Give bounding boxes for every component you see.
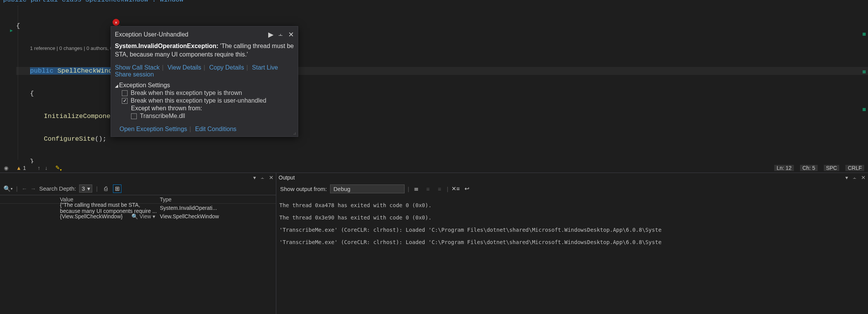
resize-grip-icon[interactable]: ⣠ (293, 130, 296, 135)
except-from-label: Except when thrown from: (131, 105, 294, 112)
output-panel: Output ▾ ⫠ ✕ Show output from: Debug | ≣… (276, 173, 868, 314)
close-icon[interactable]: ✕ (861, 174, 866, 181)
popup-title: Exception User-Unhandled (115, 31, 268, 38)
back-icon: ← (22, 185, 27, 192)
editor-status-bar: ◉ ▲ 1 ↑ ↓ ✎▾ Ln: 12 Ch: 5 SPC CRLF (0, 163, 868, 173)
exception-popup: Exception User-Unhandled ▶ ⫠ ✕ System.In… (111, 26, 298, 137)
toolbar-button[interactable]: ≣ (412, 184, 421, 193)
issues-button[interactable]: ◉ (4, 165, 8, 171)
search-depth-select[interactable]: 3 ▾ (79, 184, 92, 193)
table-row[interactable]: {"The calling thread must be STA, becaus… (0, 204, 276, 212)
exception-settings-expander[interactable]: Exception Settings (115, 82, 294, 89)
table-row[interactable]: {View.SpellCheckWindow} 🔍 View ▾ View.Sp… (0, 212, 276, 221)
indent-indicator[interactable]: SPC (824, 165, 840, 171)
pin-icon[interactable]: ⫠ (260, 174, 265, 181)
break-thrown-label: Break when this exception type is thrown (131, 90, 242, 96)
dropdown-icon[interactable]: ▾ (845, 174, 848, 181)
toolbar-button-active[interactable]: ⊞ (113, 184, 121, 193)
output-text[interactable]: The thread 0xa478 has exited with code 0… (276, 195, 868, 258)
except-dll-label: TranscribeMe.dll (140, 113, 185, 120)
clear-icon[interactable]: ✕≡ (451, 184, 460, 193)
copy-details-link[interactable]: Copy Details (209, 64, 244, 71)
view-details-link[interactable]: View Details (168, 64, 201, 71)
break-thrown-checkbox[interactable] (122, 90, 128, 96)
locals-panel: ▾ ⫠ ✕ 🔍▾ | ← → Search Depth: 3 ▾ | ⎙ ⊞ V… (0, 173, 276, 314)
output-title: Output (279, 174, 295, 181)
toolbar-button[interactable]: ≡ (424, 184, 432, 193)
pin-icon[interactable]: ⫠ (852, 174, 857, 181)
search-icon[interactable]: 🔍▾ (4, 184, 12, 193)
output-source-select[interactable]: Debug (330, 184, 405, 193)
output-from-label: Show output from: (280, 186, 327, 192)
up-arrow-icon[interactable]: ↑ (38, 165, 40, 171)
code-editor[interactable]: ▶ public partial class SpellCheckWindow … (0, 0, 868, 171)
down-arrow-icon[interactable]: ↓ (45, 165, 48, 171)
warning-count: 1 (23, 165, 26, 171)
continue-icon[interactable]: ▶ (268, 30, 274, 39)
open-exception-settings-link[interactable]: Open Exception Settings (119, 126, 187, 132)
close-icon[interactable]: ✕ (269, 174, 274, 181)
pencil-icon[interactable]: ✎▾ (55, 164, 62, 172)
search-depth-label: Search Depth: (39, 185, 76, 192)
break-unhandled-checkbox[interactable] (122, 98, 128, 104)
show-call-stack-link[interactable]: Show Call Stack (115, 64, 160, 71)
edit-conditions-link[interactable]: Edit Conditions (195, 126, 237, 132)
break-unhandled-label: Break when this exception type is user-u… (131, 97, 266, 104)
line-indicator[interactable]: Ln: 12 (774, 165, 794, 171)
col-indicator[interactable]: Ch: 5 (800, 165, 817, 171)
toolbar-button[interactable]: ⎙ (101, 184, 110, 193)
close-icon[interactable]: ✕ (288, 30, 294, 39)
code-line: public partial class SpellCheckWindow : … (3, 0, 183, 3)
forward-icon: → (30, 185, 36, 192)
word-wrap-icon[interactable]: ↩ (463, 184, 471, 193)
eol-indicator[interactable]: CRLF (845, 165, 864, 171)
dropdown-icon[interactable]: ▾ (253, 174, 256, 181)
except-dll-checkbox[interactable] (131, 113, 137, 119)
column-type[interactable]: Type (158, 196, 276, 203)
pin-icon[interactable]: ⫠ (277, 30, 284, 39)
warning-icon[interactable]: ▲ (16, 165, 22, 171)
exception-message: System.InvalidOperationException: 'The c… (111, 40, 298, 63)
toolbar-button[interactable]: ≡ (435, 184, 444, 193)
